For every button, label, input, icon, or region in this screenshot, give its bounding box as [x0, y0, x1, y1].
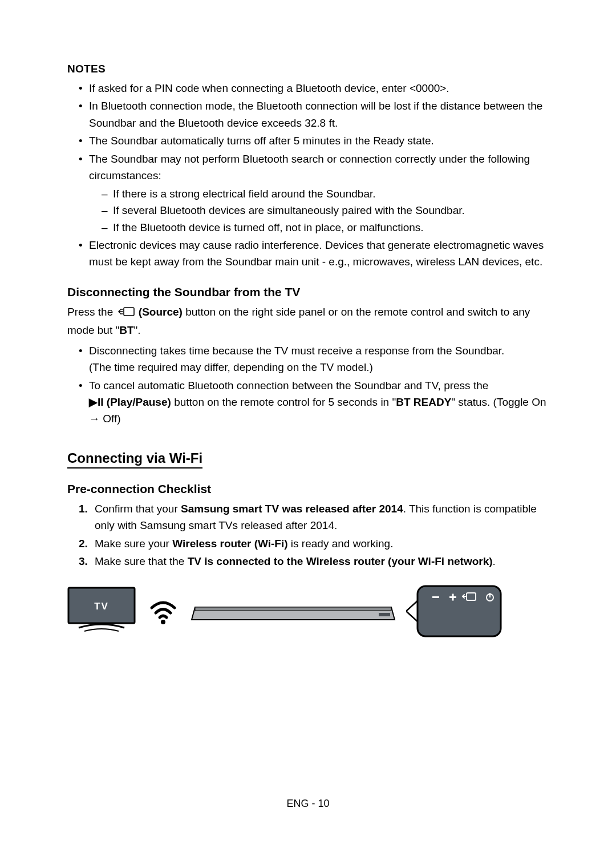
svg-rect-4: [418, 586, 501, 636]
wifi-checklist: Confirm that your Samsung smart TV was r…: [67, 500, 549, 570]
soundbar-icon: [191, 597, 396, 625]
notes-heading: NOTES: [67, 63, 549, 75]
text: Confirm that your: [95, 503, 181, 515]
page-footer: ENG - 10: [0, 798, 616, 810]
bold: Samsung smart TV was released after 2014: [181, 503, 403, 515]
text: is ready and working.: [288, 538, 394, 550]
text: Make sure that the: [95, 555, 188, 567]
svg-rect-5: [432, 596, 439, 598]
disconnect-item: To cancel automatic Bluetooth connection…: [79, 377, 549, 427]
checklist-item: Make sure that the TV is connected to th…: [79, 553, 549, 570]
disconnect-item: Disconnecting takes time because the TV …: [79, 342, 549, 376]
notes-item: The Soundbar automatically turns off aft…: [79, 132, 549, 149]
text: Disconnecting takes time because the TV …: [89, 345, 504, 357]
svg-rect-10: [489, 593, 491, 597]
text: .: [493, 555, 496, 567]
source-label: (Source): [139, 306, 183, 318]
notes-item: Electronic devices may cause radio inter…: [79, 237, 549, 270]
disconnect-heading: Disconnecting the Soundbar from the TV: [67, 285, 549, 299]
svg-rect-7: [452, 593, 454, 600]
notes-item-text: The Soundbar may not perform Bluetooth s…: [89, 153, 530, 181]
text: (The time required may differ, depending…: [89, 361, 373, 373]
wifi-diagram: TV: [67, 583, 549, 640]
disconnect-instruction: Press the (Source) button on the right s…: [67, 304, 549, 339]
text: To cancel automatic Bluetooth connection…: [89, 379, 488, 391]
wifi-icon: [146, 594, 180, 628]
notes-item: The Soundbar may not perform Bluetooth s…: [79, 151, 549, 236]
bt-label: BT: [119, 324, 133, 336]
playpause-label: ▶II (Play/Pause): [89, 396, 171, 408]
svg-point-2: [161, 620, 165, 624]
wifi-heading: Connecting via Wi-Fi: [67, 450, 202, 469]
source-icon: [117, 305, 135, 322]
bold: Wireless router (Wi-Fi): [172, 538, 287, 550]
notes-item: In Bluetooth connection mode, the Blueto…: [79, 98, 549, 131]
checklist-item: Confirm that your Samsung smart TV was r…: [79, 500, 549, 534]
bold: TV is connected to the Wireless router (…: [188, 555, 493, 567]
notes-subitem: If several Bluetooth devices are simulta…: [102, 202, 549, 219]
notes-item: If asked for a PIN code when connecting …: [79, 80, 549, 96]
text: ".: [134, 324, 141, 336]
notes-sublist: If there is a strong electrical field ar…: [89, 185, 549, 236]
notes-subitem: If the Bluetooth device is turned off, n…: [102, 219, 549, 236]
text: Press the: [67, 306, 116, 318]
tv-icon: TV: [67, 587, 136, 635]
wifi-subheading: Pre-connection Checklist: [67, 482, 549, 496]
text: Make sure your: [95, 538, 172, 550]
checklist-item: Make sure your Wireless router (Wi-Fi) i…: [79, 535, 549, 552]
soundbar-panel-icon: [406, 583, 503, 640]
text: button on the remote control for 5 secon…: [174, 396, 396, 408]
btready-label: BT READY: [396, 396, 451, 408]
notes-list: If asked for a PIN code when connecting …: [67, 80, 549, 270]
disconnect-list: Disconnecting takes time because the TV …: [67, 342, 549, 427]
svg-rect-0: [124, 308, 134, 316]
tv-label: TV: [94, 601, 109, 612]
svg-rect-3: [379, 613, 390, 616]
notes-subitem: If there is a strong electrical field ar…: [102, 185, 549, 202]
